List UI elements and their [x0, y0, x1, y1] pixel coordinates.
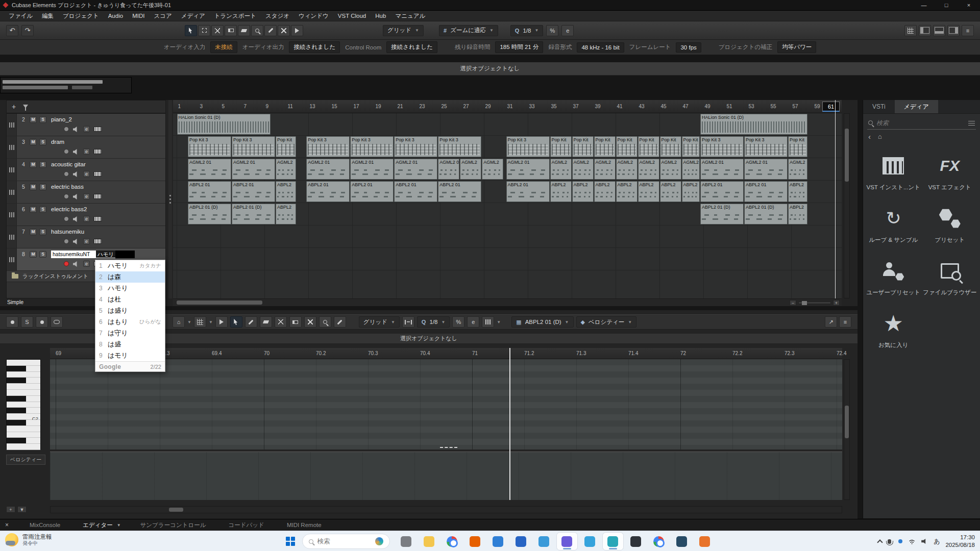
piano-keyboard[interactable]: C2: [6, 359, 41, 449]
discord-icon[interactable]: [557, 533, 577, 550]
media-tile-file-browser[interactable]: ファイルブラウザー: [922, 259, 978, 296]
right-zone-toggle[interactable]: [947, 25, 960, 36]
explorer-icon[interactable]: [419, 533, 439, 550]
clip[interactable]: Pop Kit 3: [394, 136, 437, 157]
clip[interactable]: AGML2 01: [232, 159, 275, 180]
taskbar-search-input[interactable]: [317, 538, 371, 545]
clip[interactable]: AGML2 01: [438, 159, 459, 180]
menu-item[interactable]: ウィンドウ: [294, 11, 333, 21]
select-tool-icon[interactable]: [185, 25, 197, 36]
audition-icon[interactable]: [215, 316, 228, 328]
edit-channel-button[interactable]: e: [83, 261, 90, 267]
clip[interactable]: AGML2 01: [350, 159, 394, 180]
mute-button[interactable]: M: [30, 139, 37, 145]
monitor-button[interactable]: [73, 171, 79, 177]
draw-tool-icon[interactable]: [245, 316, 257, 328]
add-track-button[interactable]: +: [12, 103, 16, 111]
clip[interactable]: ABPL2: [572, 181, 594, 202]
copilot-icon[interactable]: [396, 533, 416, 550]
clip[interactable]: ABPL2 01: [394, 181, 437, 202]
edit-channel-button[interactable]: e: [561, 25, 574, 36]
track-row[interactable]: 5MSelectric basse: [7, 181, 165, 204]
lower-zone-tab[interactable]: エディター: [71, 521, 124, 529]
edit-channel-button[interactable]: e: [83, 171, 90, 177]
clip[interactable]: ABPL2: [616, 181, 638, 202]
weather-widget[interactable]: 雷雨注意報 発令中: [5, 533, 52, 547]
solo-button[interactable]: S: [39, 116, 46, 123]
track-name[interactable]: electric bass2: [51, 206, 87, 212]
taskbar-clock[interactable]: 17:30 2025/08/18: [945, 534, 975, 549]
clip[interactable]: AGML2: [276, 159, 296, 180]
clip[interactable]: AGML2: [638, 159, 659, 180]
solo-button[interactable]: S: [39, 184, 46, 190]
lower-zone-tab[interactable]: コードパッド: [217, 521, 276, 529]
clip[interactable]: AGML2: [572, 159, 594, 180]
clip[interactable]: Pop Kit: [572, 136, 594, 157]
track-name-input[interactable]: hatsunemikuNT: [51, 251, 96, 258]
zoom-tool-icon[interactable]: [319, 316, 331, 328]
black-key[interactable]: [7, 396, 40, 402]
editor-cursor[interactable]: [509, 348, 510, 500]
undo-icon[interactable]: ↶: [6, 25, 18, 36]
setup-menu-icon[interactable]: ≡: [962, 25, 974, 36]
white-key[interactable]: [7, 384, 40, 390]
track-row[interactable]: 3MSdrame: [7, 136, 165, 159]
lane-menu-button[interactable]: ▼: [17, 506, 27, 513]
white-key[interactable]: [7, 390, 40, 396]
editor-setup-icon[interactable]: ≡: [839, 316, 851, 328]
media-search-field[interactable]: [867, 116, 976, 130]
glue-tool-icon[interactable]: [225, 25, 237, 36]
clip[interactable]: AGML2: [660, 159, 681, 180]
clip[interactable]: AGML2: [550, 159, 572, 180]
solo-editor-button[interactable]: S: [21, 316, 33, 328]
chevron-down-icon[interactable]: ▼: [117, 523, 121, 528]
record-in-editor-icon[interactable]: [36, 316, 48, 328]
menu-item[interactable]: 編集: [37, 11, 58, 21]
clip[interactable]: Pop Kit 3: [306, 136, 350, 157]
clip[interactable]: AGML2: [594, 159, 616, 180]
clip[interactable]: AGML2 01: [394, 159, 437, 180]
quantize-select[interactable]: Q 1/8 ▼: [510, 25, 543, 36]
instrument-icon[interactable]: [94, 171, 102, 177]
audio-out-status[interactable]: 接続されました: [289, 41, 340, 53]
snap-grid-select[interactable]: グリッド ▼: [383, 25, 424, 36]
clip[interactable]: ABPL2 01 (D): [232, 204, 275, 224]
editor-quantize-select[interactable]: Q 1/8 ▼: [417, 316, 450, 328]
lower-zone-tab[interactable]: MIDI Remote: [276, 522, 333, 528]
white-key[interactable]: [7, 432, 40, 438]
taskbar-search[interactable]: [302, 534, 390, 549]
lower-zone-tab[interactable]: サンプラーコントロール: [129, 521, 217, 529]
pan-law-value[interactable]: 均等パワー: [777, 41, 816, 53]
cubase-icon[interactable]: [603, 533, 623, 550]
clip[interactable]: ABPL2 01: [350, 181, 394, 202]
mute-button[interactable]: M: [30, 229, 37, 235]
clip[interactable]: ABPL2 01: [438, 181, 481, 202]
track-name[interactable]: piano_2: [51, 116, 72, 122]
track-name[interactable]: acoustic gitar: [51, 161, 86, 167]
microphone-icon[interactable]: [888, 539, 891, 544]
edit-channel-button[interactable]: e: [83, 193, 90, 199]
clip[interactable]: ABPL2 01: [744, 181, 788, 202]
mute-button[interactable]: M: [30, 184, 37, 190]
clip[interactable]: AGML2 01: [506, 159, 550, 180]
note-grid[interactable]: [50, 359, 842, 449]
menu-item[interactable]: Audio: [104, 12, 128, 20]
layers-icon[interactable]: [482, 316, 494, 328]
project-overview[interactable]: [0, 77, 132, 93]
nudge-icon[interactable]: [402, 316, 414, 328]
white-key[interactable]: [7, 426, 40, 432]
ime-mode-indicator[interactable]: あ: [934, 537, 940, 546]
select-tool-icon[interactable]: [230, 316, 242, 328]
redo-icon[interactable]: ↷: [21, 25, 34, 36]
clip[interactable]: Pop Kit 3: [232, 136, 275, 157]
clip[interactable]: Pop Kit 3: [188, 136, 231, 157]
menu-item[interactable]: トランスポート: [210, 11, 261, 21]
pin-icon[interactable]: [6, 316, 18, 328]
audio-in-status[interactable]: 未接続: [210, 41, 237, 53]
bluetooth-icon[interactable]: [898, 539, 902, 543]
back-icon[interactable]: ‹: [868, 132, 871, 141]
control-room-status[interactable]: 接続されました: [386, 41, 437, 53]
zoom-in-button[interactable]: +: [833, 300, 840, 306]
store-icon[interactable]: [511, 533, 531, 550]
instrument-icon[interactable]: [94, 194, 102, 199]
